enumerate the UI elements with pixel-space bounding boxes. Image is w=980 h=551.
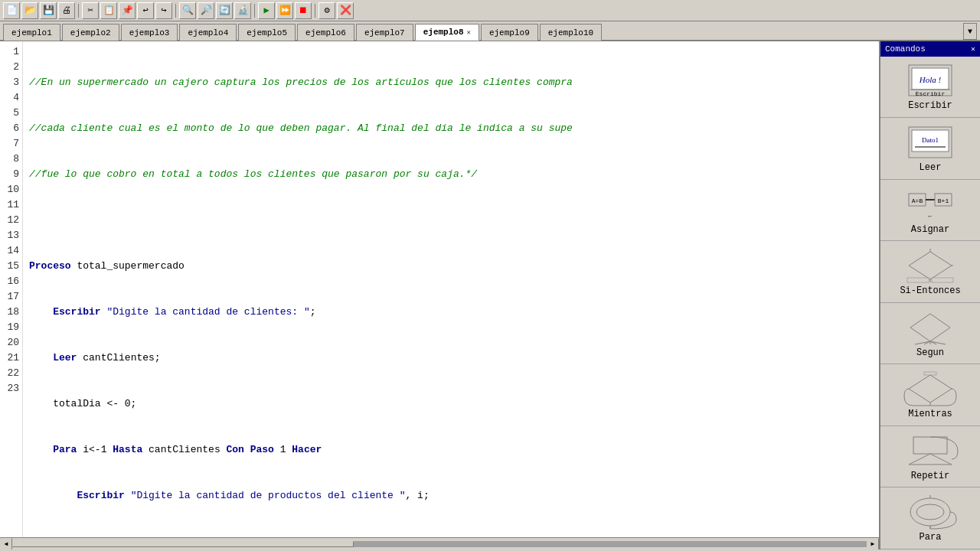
cmd-repetir[interactable]: Repetir xyxy=(880,426,980,488)
replace-button[interactable]: 🔄 xyxy=(216,2,233,19)
scroll-left-button[interactable]: ◀ xyxy=(0,538,12,550)
mientras-icon xyxy=(907,370,953,407)
sep3 xyxy=(254,4,255,18)
cmd-repetir-label: Repetir xyxy=(911,471,949,481)
code-line-6: Escribir "Digite la cantidad de clientes… xyxy=(29,305,873,320)
tab-ejemplo7[interactable]: ejemplo7 xyxy=(356,24,413,41)
cut-button[interactable]: ✂ xyxy=(82,2,99,19)
right-panel: Comandos ✕ Hola ! Escribir Escribir xyxy=(880,41,980,549)
svg-marker-31 xyxy=(909,454,952,465)
cmd-escribir[interactable]: Hola ! Escribir Escribir xyxy=(880,57,980,119)
scroll-right-button[interactable]: ▶ xyxy=(867,538,879,550)
svg-rect-29 xyxy=(924,372,936,375)
stop-button[interactable]: ⏹ xyxy=(295,2,312,19)
tab-ejemplo5[interactable]: ejemplo5 xyxy=(238,24,296,41)
code-area[interactable]: 1 2 3 4 5 6 7 8 9 10 11 12 13 14 15 16 1… xyxy=(0,41,879,537)
code-line-9: Para i<-1 Hasta cantClientes Con Paso 1 … xyxy=(29,442,873,458)
svg-rect-19 xyxy=(932,278,953,282)
code-line-5: Proceso total_supermercado xyxy=(29,259,873,274)
debug-button[interactable]: ⏩ xyxy=(276,2,293,19)
help-button[interactable]: ❌ xyxy=(337,2,354,19)
open-button[interactable]: 📂 xyxy=(21,2,38,19)
svg-text:A=B: A=B xyxy=(912,197,923,204)
toolbar: 📄 📂 💾 🖨 ✂ 📋 📌 ↩ ↪ 🔍 🔎 🔄 🔬 ▶ ⏩ ⏹ ⚙ ❌ xyxy=(0,0,980,21)
tab-ejemplo8[interactable]: ejemplo8✕ xyxy=(415,24,479,41)
tab-ejemplo4[interactable]: ejemplo4 xyxy=(179,24,237,41)
cmd-asignar[interactable]: A=B B+1 ← Asignar xyxy=(880,180,980,242)
leer-icon: Dato1 xyxy=(907,124,953,161)
print-button[interactable]: 🖨 xyxy=(58,2,75,19)
code-content[interactable]: //En un supermercado un cajero captura l… xyxy=(23,41,879,537)
svg-text:Hola !: Hola ! xyxy=(919,75,942,84)
cmd-si-entonces-label: Si-Entonces xyxy=(900,285,960,296)
tab-ejemplo1[interactable]: ejemplo1 xyxy=(3,24,60,41)
code-line-8: totalDia <- 0; xyxy=(29,396,873,412)
save-button[interactable]: 💾 xyxy=(40,2,57,19)
new-button[interactable]: 📄 xyxy=(3,2,20,19)
cmd-escribir-label: Escribir xyxy=(908,100,952,111)
run-button[interactable]: ▶ xyxy=(258,2,275,19)
panel-titlebar: Comandos ✕ xyxy=(880,41,980,57)
code-editor: 1 2 3 4 5 6 7 8 9 10 11 12 13 14 15 16 1… xyxy=(0,41,880,549)
tab-ejemplo3[interactable]: ejemplo3 xyxy=(121,24,178,41)
scroll-thumb[interactable] xyxy=(12,541,354,547)
code-line-2: //cada cliente cual es el monto de lo qu… xyxy=(29,121,873,136)
segun-icon xyxy=(907,309,953,346)
svg-text:Escribir: Escribir xyxy=(916,90,946,97)
paste-button[interactable]: 📌 xyxy=(119,2,136,19)
tab-ejemplo10[interactable]: ejemplo10 xyxy=(540,24,602,41)
tab-ejemplo2[interactable]: ejemplo2 xyxy=(62,24,119,41)
horizontal-scrollbar[interactable]: ◀ ▶ xyxy=(0,537,879,549)
cmd-mientras[interactable]: Mientras xyxy=(880,364,980,426)
escribir-icon: Hola ! Escribir xyxy=(907,62,953,99)
code-line-1: //En un supermercado un cajero captura l… xyxy=(29,75,873,90)
redo-button[interactable]: ↪ xyxy=(155,2,172,19)
svg-rect-30 xyxy=(913,437,947,454)
sep2 xyxy=(175,4,176,18)
panel-title: Comandos xyxy=(885,44,926,54)
copy-button[interactable]: 📋 xyxy=(100,2,117,19)
cmd-segun[interactable]: Segun xyxy=(880,303,980,365)
svg-text:←: ← xyxy=(929,213,933,220)
svg-marker-20 xyxy=(910,314,950,341)
svg-text:B+1: B+1 xyxy=(938,197,949,204)
code-line-3: //fue lo que cobro en total a todos los … xyxy=(29,167,873,182)
sep4 xyxy=(315,4,315,18)
cmd-para[interactable]: Para xyxy=(880,487,980,549)
asignar-icon: A=B B+1 ← xyxy=(907,186,953,223)
find-button[interactable]: 🔍 xyxy=(179,2,196,19)
code-line-7: Leer cantClientes; xyxy=(29,350,873,366)
tabs-bar: ejemplo1 ejemplo2 ejemplo3 ejemplo4 ejem… xyxy=(0,21,980,41)
scroll-track[interactable] xyxy=(12,541,867,547)
cmd-segun-label: Segun xyxy=(916,347,944,358)
repetir-icon xyxy=(907,432,953,469)
svg-point-33 xyxy=(916,504,944,520)
code-line-4 xyxy=(29,213,873,228)
sep1 xyxy=(78,4,79,18)
tab-close-icon[interactable]: ✕ xyxy=(467,28,471,37)
code-line-10: Escribir "Digite la cantidad de producto… xyxy=(29,488,873,504)
tab-ejemplo6[interactable]: ejemplo6 xyxy=(297,24,354,41)
find3-button[interactable]: 🔬 xyxy=(234,2,251,19)
tab-scroll-arrow[interactable]: ▼ xyxy=(963,23,977,40)
svg-rect-18 xyxy=(907,278,929,282)
panel-close-button[interactable]: ✕ xyxy=(971,44,975,54)
main-content: 1 2 3 4 5 6 7 8 9 10 11 12 13 14 15 16 1… xyxy=(0,41,980,549)
cmd-leer-label: Leer xyxy=(920,162,942,173)
para-icon xyxy=(907,494,953,530)
config-button[interactable]: ⚙ xyxy=(318,2,335,19)
cmd-asignar-label: Asignar xyxy=(911,224,949,235)
line-numbers: 1 2 3 4 5 6 7 8 9 10 11 12 13 14 15 16 1… xyxy=(0,41,23,537)
svg-marker-26 xyxy=(909,375,952,403)
tab-ejemplo9[interactable]: ejemplo9 xyxy=(481,24,538,41)
svg-text:Dato1: Dato1 xyxy=(922,136,939,144)
svg-marker-14 xyxy=(909,252,952,279)
find2-button[interactable]: 🔎 xyxy=(198,2,214,19)
si-entonces-icon xyxy=(907,247,953,284)
cmd-mientras-label: Mientras xyxy=(908,409,952,419)
undo-button[interactable]: ↩ xyxy=(137,2,154,19)
cmd-leer[interactable]: Dato1 Leer xyxy=(880,118,980,180)
cmd-si-entonces[interactable]: Si-Entonces xyxy=(880,241,980,303)
cmd-para-label: Para xyxy=(920,532,942,543)
